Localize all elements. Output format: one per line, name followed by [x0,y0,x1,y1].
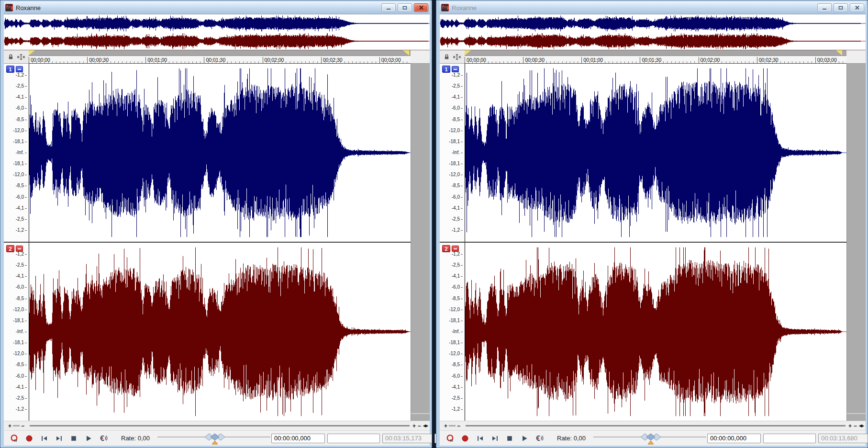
record-remote-button[interactable] [9,433,20,444]
region-start-marker[interactable] [29,50,35,56]
workspace: frg Roxanne [0,0,868,448]
stop-icon [70,435,78,442]
status-fields: 00:00:00,000 00:03:13,680 1:10 545 [707,434,868,443]
db-scale-label: -8,5 [16,296,27,301]
record-button[interactable] [23,433,35,444]
position-field[interactable]: 00:00:00,000 [271,434,325,443]
record-icon [461,434,469,443]
scrub-slider[interactable] [156,432,271,445]
ruler-time-label: 00:01:30 [640,57,661,63]
db-scale-label: -8,5 [452,183,463,188]
time-zoom-out-button[interactable]: − [418,423,421,429]
channel-2-minimize-button[interactable] [16,246,23,252]
db-scale-label: -8,5 [452,296,463,301]
db-scale-label: -1,2 [16,73,27,78]
ruler-time-label: 00:00:30 [523,57,545,63]
marker-bar[interactable] [29,50,411,56]
edit-tool-icon[interactable] [453,54,461,60]
go-to-end-button[interactable] [489,433,501,444]
horizontal-scrollbar[interactable] [465,425,846,426]
scrub-center-marker[interactable] [648,441,654,444]
play-device-button[interactable] [98,433,109,444]
position-field[interactable]: 00:00:00,000 [707,434,761,443]
vertical-scrollbar[interactable] [411,64,430,421]
lock-icon[interactable] [8,54,14,60]
title-bar[interactable]: frg Roxanne [440,1,866,14]
level-zoom-track[interactable] [449,425,456,426]
overview-strip[interactable] [440,14,866,50]
splitter-handle-icon[interactable]: ◀▶ [423,424,428,428]
level-zoom-in-button[interactable]: + [444,423,447,429]
horizontal-scrollbar[interactable] [29,425,411,426]
close-button[interactable] [414,3,428,12]
db-scale-label: -12,0 [449,351,463,356]
horizontal-scrollbar-thumb[interactable] [466,425,846,426]
restore-button[interactable] [398,3,412,12]
horizontal-scrollbar-thumb[interactable] [30,425,410,426]
selection-field[interactable] [763,434,816,443]
region-end-marker[interactable] [403,50,409,56]
region-start-marker[interactable] [465,50,471,56]
play-device-button[interactable] [534,433,545,444]
window-title: Roxanne [452,4,477,11]
play-button[interactable] [83,433,94,444]
go-to-end-button[interactable] [53,433,65,444]
scrub-center-marker[interactable] [212,441,218,444]
go-to-start-button[interactable] [38,433,50,444]
channel-2-badge[interactable]: 2 [6,245,14,252]
play-button[interactable] [519,433,530,444]
vertical-scrollbar[interactable] [846,64,866,421]
region-end-marker[interactable] [836,50,842,56]
lock-icon[interactable] [444,54,450,60]
channel-1-badge[interactable]: 1 [442,66,450,73]
go-to-start-button[interactable] [474,433,486,444]
record-button[interactable] [459,433,471,444]
minimize-button[interactable] [817,3,832,12]
time-ruler[interactable]: 00:00:0000:00:3000:01:0000:01:3000:02:00… [29,56,411,63]
channel-2-minimize-button[interactable] [452,246,459,252]
ruler-time-label: 00:02:00 [699,57,720,63]
level-zoom-out-button[interactable]: − [21,423,24,429]
time-zoom-in-button[interactable]: + [848,423,852,429]
level-zoom-track[interactable] [13,425,20,426]
marker-bar[interactable] [465,50,846,56]
record-remote-icon [446,434,455,443]
channel-separator[interactable] [440,242,846,243]
channel-separator[interactable] [4,242,411,243]
channel-1-minimize-button[interactable] [452,66,459,72]
time-zoom-in-button[interactable]: + [412,423,416,429]
splitter-handle-icon[interactable]: ◀▶ [859,424,864,428]
time-zoom-out-button[interactable]: − [854,423,857,429]
overview-waveform[interactable] [4,14,430,50]
ruler-corner [411,50,430,64]
close-button[interactable] [850,3,864,12]
edit-tool-icon[interactable] [17,54,25,60]
file-type-icon: frg [441,4,449,11]
db-scale-label: -4,1 [16,206,27,211]
db-scale-label: -6,0 [452,106,463,111]
level-zoom-in-button[interactable]: + [8,423,11,429]
selection-field[interactable] [327,434,380,443]
db-scale-label: -6,0 [452,195,463,200]
waveform-area: 1 2 -1,2-2,5-4,1-6,0-8,5-12,0-18,1-Inf.-… [4,64,430,421]
time-ruler[interactable]: 00:00:0000:00:3000:01:0000:01:3000:02:00… [465,56,846,63]
length-field[interactable]: 00:03:13,680 [818,434,868,443]
overview-strip[interactable] [4,14,430,50]
channel-1-minimize-button[interactable] [16,66,23,72]
ruler-time-label: 00:01:30 [204,57,225,63]
channel-1-badge[interactable]: 1 [6,66,14,73]
db-scale-label: -Inf. [16,329,27,334]
title-bar[interactable]: frg Roxanne [4,1,430,14]
ruler-tools [4,50,29,64]
stop-button[interactable] [68,433,79,444]
scrub-slider[interactable] [592,432,707,445]
stop-button[interactable] [504,433,515,444]
record-remote-button[interactable] [445,433,456,444]
restore-button[interactable] [834,3,848,12]
length-field[interactable]: 00:03:15,173 [382,434,432,443]
level-zoom-out-button[interactable]: − [457,423,460,429]
db-scale-label: -4,1 [16,274,27,279]
overview-waveform[interactable] [440,14,866,50]
minimize-button[interactable] [381,3,396,12]
channel-2-badge[interactable]: 2 [442,245,450,252]
